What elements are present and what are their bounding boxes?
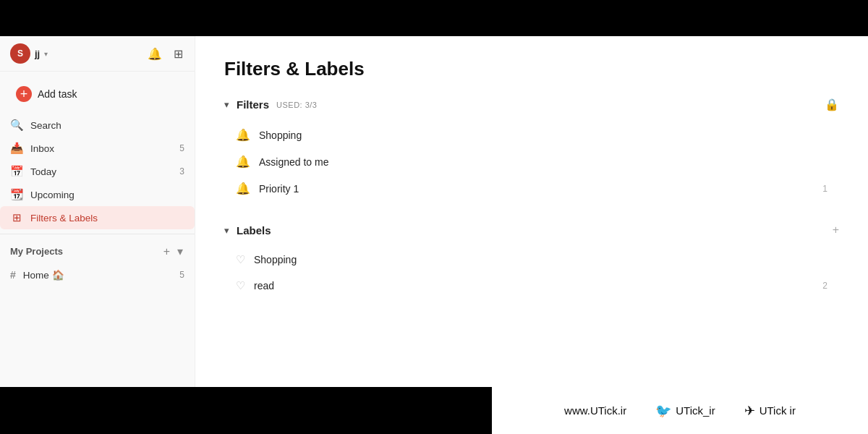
sidebar-item-filters-labels[interactable]: ⊞ Filters & Labels <box>0 206 195 229</box>
label-item-shopping[interactable]: ♡ Shopping <box>224 247 839 273</box>
filters-lock-button[interactable]: 🔒 <box>825 98 839 111</box>
filters-section-title: Filters <box>237 98 269 111</box>
user-info[interactable]: S jj ▾ <box>10 43 48 64</box>
sidebar: S jj ▾ 🔔 ⊞ + Add task 🔍 Search <box>0 36 195 387</box>
telegram-text: UTick ir <box>760 404 796 417</box>
labels-section-header: ▾ Labels + <box>224 224 839 237</box>
chevron-down-icon: ▾ <box>44 50 48 58</box>
bottom-bar-left <box>0 387 492 434</box>
project-hash-icon: # <box>10 269 16 281</box>
filter-assigned-icon: 🔔 <box>236 155 250 169</box>
footer-telegram: ✈ UTick ir <box>744 403 796 419</box>
projects-title: My Projects <box>10 246 63 257</box>
sidebar-item-search[interactable]: 🔍 Search <box>0 114 195 137</box>
add-project-button[interactable]: + <box>162 244 171 258</box>
filter-item-assigned[interactable]: 🔔 Assigned to me <box>224 148 839 175</box>
sidebar-nav: + Add task 🔍 Search 📥 Inbox 5 📅 Today 3 … <box>0 72 195 292</box>
app-wrapper: S jj ▾ 🔔 ⊞ + Add task 🔍 Search <box>0 36 868 387</box>
label-shopping-icon: ♡ <box>236 253 245 266</box>
filters-labels-label: Filters & Labels <box>30 213 184 224</box>
twitter-text: UTick_ir <box>676 404 715 417</box>
filter-priority-count: 1 <box>822 184 827 194</box>
add-task-button[interactable]: + Add task <box>6 80 189 108</box>
footer-twitter: 🐦 UTick_ir <box>655 403 715 419</box>
footer-brand: www.UTick.ir 🐦 UTick_ir ✈ UTick ir <box>492 387 868 434</box>
twitter-icon: 🐦 <box>655 403 671 419</box>
labels-section: ▾ Labels + ♡ Shopping ♡ read 2 <box>224 224 839 299</box>
search-icon: 🔍 <box>10 119 23 132</box>
filter-shopping-label: Shopping <box>259 129 819 141</box>
main-content: Filters & Labels ▾ Filters USED: 3/3 🔒 🔔… <box>195 36 868 387</box>
website-text: www.UTick.ir <box>564 404 626 417</box>
header-icons: 🔔 ⊞ <box>146 46 184 62</box>
project-home-label: Home 🏠 <box>23 269 64 281</box>
filter-assigned-label: Assigned to me <box>259 156 819 168</box>
label-shopping-text: Shopping <box>254 254 819 265</box>
notification-button[interactable]: 🔔 <box>146 46 163 62</box>
today-icon: 📅 <box>10 165 23 178</box>
filter-shopping-icon: 🔔 <box>236 128 250 142</box>
project-home-badge: 5 <box>179 270 184 280</box>
filter-item-priority[interactable]: 🔔 Priority 1 1 <box>224 175 839 202</box>
add-icon: + <box>16 86 32 102</box>
upcoming-icon: 📆 <box>10 188 23 201</box>
sidebar-item-upcoming[interactable]: 📆 Upcoming <box>0 183 195 206</box>
project-item-home[interactable]: # Home 🏠 5 <box>0 264 195 286</box>
label-read-icon: ♡ <box>236 279 245 292</box>
labels-section-title: Labels <box>237 224 271 237</box>
sidebar-header: S jj ▾ 🔔 ⊞ <box>0 36 195 72</box>
label-read-count: 2 <box>822 281 827 291</box>
labels-toggle-button[interactable]: ▾ <box>224 225 229 236</box>
sidebar-item-today[interactable]: 📅 Today 3 <box>0 160 195 183</box>
search-label: Search <box>30 120 184 131</box>
label-item-read[interactable]: ♡ read 2 <box>224 273 839 299</box>
filters-section-header: ▾ Filters USED: 3/3 🔒 <box>224 98 839 111</box>
projects-actions: + ▾ <box>162 244 184 258</box>
inbox-icon: 📥 <box>10 142 23 155</box>
footer-website: www.UTick.ir <box>564 404 626 417</box>
filters-toggle-button[interactable]: ▾ <box>224 99 229 110</box>
toggle-projects-button[interactable]: ▾ <box>176 244 184 258</box>
filters-labels-icon: ⊞ <box>10 211 23 224</box>
filters-section: ▾ Filters USED: 3/3 🔒 🔔 Shopping 🔔 Assig… <box>224 98 839 202</box>
top-bar <box>0 0 868 36</box>
today-badge: 3 <box>179 166 184 176</box>
filter-item-shopping[interactable]: 🔔 Shopping <box>224 122 839 148</box>
projects-header: My Projects + ▾ <box>0 239 195 264</box>
avatar: S <box>10 43 30 64</box>
telegram-icon: ✈ <box>744 403 755 419</box>
filter-priority-label: Priority 1 <box>259 183 814 195</box>
labels-add-button[interactable]: + <box>833 224 839 237</box>
page-title: Filters & Labels <box>224 58 839 80</box>
filters-used-badge: USED: 3/3 <box>276 101 317 109</box>
filter-priority-icon: 🔔 <box>236 182 250 195</box>
inbox-label: Inbox <box>30 143 172 154</box>
sidebar-item-inbox[interactable]: 📥 Inbox 5 <box>0 137 195 160</box>
user-name: jj <box>35 48 40 59</box>
upcoming-label: Upcoming <box>30 190 184 200</box>
sidebar-divider <box>0 234 195 234</box>
layout-button[interactable]: ⊞ <box>172 46 184 62</box>
inbox-badge: 5 <box>179 143 184 153</box>
label-read-text: read <box>254 280 814 292</box>
today-label: Today <box>30 166 172 177</box>
add-task-label: Add task <box>38 88 77 100</box>
